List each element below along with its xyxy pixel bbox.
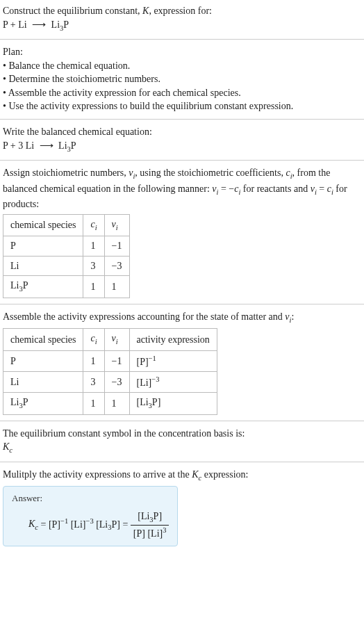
col-c: ci — [83, 214, 104, 236]
cell-v: −1 — [104, 236, 129, 257]
plan-title: Plan: — [3, 45, 361, 59]
divider — [0, 39, 364, 40]
construct-line: Construct the equilibrium constant, K, e… — [3, 4, 361, 18]
table-header-row: chemical species ci νi — [3, 214, 130, 236]
cell-species: P — [3, 350, 83, 371]
plan-item: Use the activity expressions to build th… — [3, 99, 361, 113]
activity-table: chemical species ci νi activity expressi… — [3, 328, 217, 414]
cell-species: P — [3, 236, 83, 257]
divider — [0, 304, 364, 304]
col-species: chemical species — [3, 329, 83, 350]
cell-v: −3 — [104, 256, 129, 276]
col-v: νi — [104, 214, 129, 236]
problem-statement: Construct the equilibrium constant, K, e… — [0, 0, 364, 38]
cell-c: 1 — [83, 350, 104, 371]
table-row: Li 3 −3 [Li]−3 — [3, 372, 217, 393]
col-c: ci — [83, 329, 104, 350]
balanced-section: Write the balanced chemical equation: P … — [0, 121, 364, 158]
kc-symbol: Kc — [3, 440, 361, 455]
divider — [0, 421, 364, 421]
activity-section: Assemble the activity expressions accoun… — [0, 306, 364, 419]
plan-section: Plan: Balance the chemical equation. Det… — [0, 41, 364, 117]
frac-denominator: [P] [Li]3 — [131, 526, 169, 540]
divider — [0, 462, 364, 462]
answer-box: Answer: Kc = [P]−1 [Li]−3 [Li3P] = [Li3P… — [3, 486, 178, 546]
col-v: νi — [104, 329, 129, 350]
answer-expression: Kc = [P]−1 [Li]−3 [Li3P] = [Li3P] [P] [L… — [12, 510, 169, 541]
plan-list: Balance the chemical equation. Determine… — [3, 59, 361, 113]
unbalanced-reaction: P + Li ⟶ Li3P — [3, 18, 361, 33]
cell-c: 1 — [83, 236, 104, 257]
cell-c: 3 — [83, 256, 104, 276]
cell-c: 1 — [83, 393, 104, 414]
cell-v: −3 — [104, 372, 129, 393]
col-expr: activity expression — [129, 329, 217, 350]
table-row: P 1 −1 — [3, 236, 130, 257]
plan-item: Balance the chemical equation. — [3, 59, 361, 73]
cell-expr: [P]−1 — [129, 350, 217, 371]
table-row: Li3P 1 1 [Li3P] — [3, 393, 217, 414]
cell-c: 3 — [83, 372, 104, 393]
answer-label: Answer: — [12, 492, 169, 505]
kc-symbol-section: The equilibrium constant symbol in the c… — [0, 423, 364, 460]
table-row: Li3P 1 1 — [3, 276, 130, 298]
divider — [0, 119, 364, 120]
kc-symbol-intro: The equilibrium constant symbol in the c… — [3, 427, 361, 441]
cell-c: 1 — [83, 276, 104, 298]
multiply-intro: Mulitply the activity expressions to arr… — [3, 468, 361, 483]
col-species: chemical species — [3, 214, 83, 236]
cell-v: 1 — [104, 393, 129, 414]
cell-species: Li — [3, 372, 83, 393]
multiply-section: Mulitply the activity expressions to arr… — [0, 464, 364, 551]
frac-numerator: [Li3P] — [131, 510, 169, 526]
balanced-title: Write the balanced chemical equation: — [3, 125, 361, 139]
divider — [0, 160, 364, 161]
cell-expr: [Li3P] — [129, 393, 217, 414]
cell-v: 1 — [104, 276, 129, 298]
activity-intro: Assemble the activity expressions accoun… — [3, 310, 361, 325]
table-row: Li 3 −3 — [3, 256, 130, 276]
cell-species: Li3P — [3, 393, 83, 414]
table-header-row: chemical species ci νi activity expressi… — [3, 329, 217, 350]
cell-v: −1 — [104, 350, 129, 371]
stoich-intro: Assign stoichiometric numbers, νi, using… — [3, 166, 361, 211]
cell-species: Li — [3, 256, 83, 276]
stoich-section: Assign stoichiometric numbers, νi, using… — [0, 162, 364, 302]
stoich-table: chemical species ci νi P 1 −1 Li 3 −3 Li… — [3, 214, 130, 298]
balanced-reaction: P + 3 Li ⟶ Li3P — [3, 139, 361, 154]
cell-expr: [Li]−3 — [129, 372, 217, 393]
fraction: [Li3P] [P] [Li]3 — [131, 510, 169, 541]
cell-species: Li3P — [3, 276, 83, 298]
plan-item: Assemble the activity expression for eac… — [3, 86, 361, 100]
plan-item: Determine the stoichiometric numbers. — [3, 72, 361, 86]
table-row: P 1 −1 [P]−1 — [3, 350, 217, 371]
